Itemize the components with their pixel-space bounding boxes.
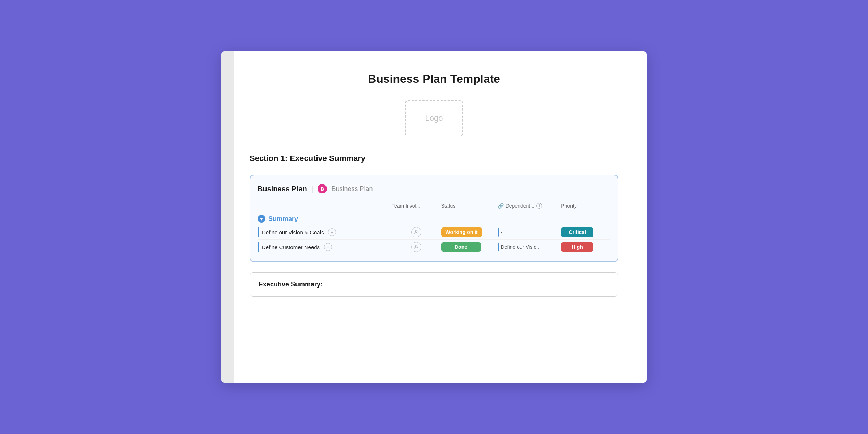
task-bar-2 <box>258 242 259 252</box>
board-title: Business Plan <box>258 185 307 193</box>
column-headers: Team Invol... Status 🔗 Dependent... i Pr… <box>258 201 610 210</box>
summary-group-row: ▼ Summary <box>258 211 610 225</box>
team-cell-2 <box>392 242 441 252</box>
add-subtask-button-1[interactable]: + <box>328 228 336 236</box>
task-board: Business Plan | B Business Plan Team Inv… <box>250 175 618 262</box>
priority-badge-1: Critical <box>561 227 593 237</box>
col-header-team: Team Invol... <box>392 203 441 209</box>
summary-group-label: Summary <box>268 215 298 223</box>
avatar-2 <box>411 242 421 252</box>
team-cell-1 <box>392 227 441 237</box>
board-badge: B <box>318 184 327 193</box>
logo-text: Logo <box>425 114 443 123</box>
col-header-priority: Priority <box>561 203 610 209</box>
document-title: Business Plan Template <box>250 72 618 86</box>
dep-cell-2: Define our Visio... <box>498 243 561 251</box>
status-badge-2: Done <box>441 242 481 252</box>
status-cell-1: Working on it <box>441 227 498 237</box>
summary-chevron-icon[interactable]: ▼ <box>258 215 265 223</box>
table-row: Define Customer Needs + Done Define our … <box>258 240 610 254</box>
link-icon: 🔗 <box>498 203 504 209</box>
sidebar-strip <box>221 51 234 383</box>
col-header-status: Status <box>441 203 498 209</box>
task-name-1: Define our Vision & Goals <box>262 229 324 235</box>
dep-value-2: Define our Visio... <box>501 244 541 250</box>
board-badge-label: Business Plan <box>331 185 373 193</box>
dep-bar-1 <box>498 228 499 237</box>
status-cell-2: Done <box>441 242 498 252</box>
document-container: Business Plan Template Logo Section 1: E… <box>221 51 647 383</box>
status-badge-1: Working on it <box>441 227 482 237</box>
info-icon: i <box>536 203 542 209</box>
task-bar-1 <box>258 227 259 237</box>
dep-bar-2 <box>498 243 499 251</box>
table-row: Define our Vision & Goals + Working on i… <box>258 225 610 240</box>
add-subtask-button-2[interactable]: + <box>324 243 332 251</box>
executive-summary-box: Executive Summary: <box>250 272 618 297</box>
priority-cell-2: High <box>561 242 610 252</box>
priority-cell-1: Critical <box>561 227 610 237</box>
section-heading: Section 1: Executive Summary <box>250 154 618 163</box>
board-header-separator: | <box>311 184 314 193</box>
priority-badge-2: High <box>561 242 593 252</box>
dep-cell-1: - <box>498 228 561 237</box>
avatar-1 <box>411 227 421 237</box>
dep-value-1: - <box>501 229 503 235</box>
executive-summary-title: Executive Summary: <box>259 281 323 288</box>
task-name-2: Define Customer Needs <box>262 244 320 250</box>
svg-point-0 <box>416 230 417 232</box>
logo-placeholder: Logo <box>405 100 463 136</box>
task-name-cell-2: Define Customer Needs + <box>258 242 392 252</box>
task-name-cell-1: Define our Vision & Goals + <box>258 227 392 237</box>
board-header: Business Plan | B Business Plan <box>258 184 610 193</box>
svg-point-1 <box>416 245 417 247</box>
col-header-dep: 🔗 Dependent... i <box>498 203 561 209</box>
